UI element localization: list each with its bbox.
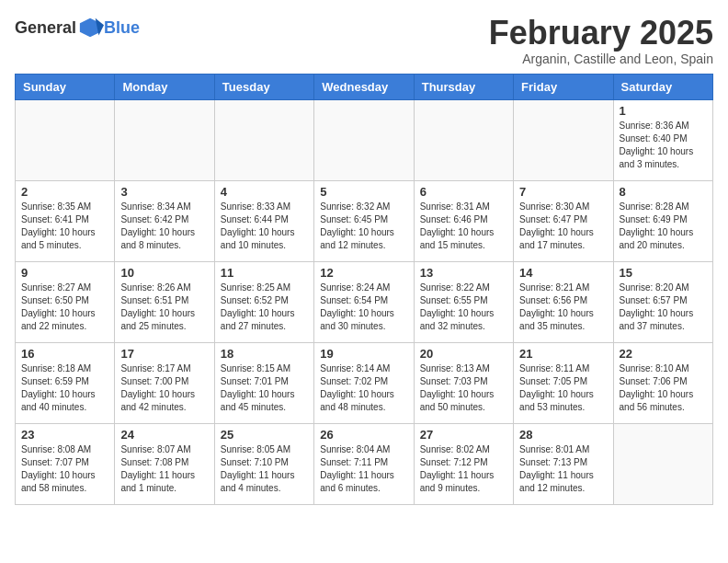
day-cell: 18Sunrise: 8:15 AM Sunset: 7:01 PM Dayli… [214,342,313,423]
day-cell: 7Sunrise: 8:30 AM Sunset: 6:47 PM Daylig… [514,180,613,261]
day-info: Sunrise: 8:22 AM Sunset: 6:55 PM Dayligh… [420,282,507,333]
logo: General Blue [15,15,140,40]
weekday-header-monday: Monday [115,74,214,99]
day-info: Sunrise: 8:21 AM Sunset: 6:56 PM Dayligh… [519,282,607,333]
day-number: 12 [320,266,407,280]
day-info: Sunrise: 8:02 AM Sunset: 7:12 PM Dayligh… [420,443,507,495]
day-number: 23 [21,428,108,442]
weekday-header-tuesday: Tuesday [214,74,313,99]
week-row-5: 23Sunrise: 8:08 AM Sunset: 7:07 PM Dayli… [16,423,713,504]
day-cell [214,99,313,180]
week-row-3: 9Sunrise: 8:27 AM Sunset: 6:50 PM Daylig… [16,261,713,342]
day-number: 27 [420,428,507,442]
day-info: Sunrise: 8:18 AM Sunset: 6:59 PM Dayligh… [21,362,108,414]
day-number: 8 [620,185,707,199]
day-number: 3 [120,185,208,199]
logo-text-general: General [15,18,76,38]
day-cell: 16Sunrise: 8:18 AM Sunset: 6:59 PM Dayli… [16,342,115,423]
day-number: 21 [519,347,607,361]
day-cell: 6Sunrise: 8:31 AM Sunset: 6:46 PM Daylig… [414,180,513,261]
day-number: 2 [21,185,108,199]
day-info: Sunrise: 8:35 AM Sunset: 6:41 PM Dayligh… [21,201,108,252]
day-cell: 22Sunrise: 8:10 AM Sunset: 7:06 PM Dayli… [613,342,712,423]
day-info: Sunrise: 8:17 AM Sunset: 7:00 PM Dayligh… [120,362,208,414]
day-number: 20 [420,347,507,361]
day-number: 25 [221,428,308,442]
day-number: 10 [120,266,208,280]
day-cell: 5Sunrise: 8:32 AM Sunset: 6:45 PM Daylig… [314,180,414,261]
day-number: 15 [620,266,707,280]
day-info: Sunrise: 8:14 AM Sunset: 7:02 PM Dayligh… [320,362,407,414]
day-info: Sunrise: 8:13 AM Sunset: 7:03 PM Dayligh… [420,362,507,414]
day-cell: 19Sunrise: 8:14 AM Sunset: 7:02 PM Dayli… [314,342,414,423]
day-number: 16 [21,347,108,361]
weekday-row: SundayMondayTuesdayWednesdayThursdayFrid… [16,74,713,99]
calendar-title: February 2025 [489,15,713,52]
day-info: Sunrise: 8:25 AM Sunset: 6:52 PM Dayligh… [221,282,308,333]
day-info: Sunrise: 8:05 AM Sunset: 7:10 PM Dayligh… [221,443,308,495]
weekday-header-sunday: Sunday [16,74,115,99]
day-cell: 23Sunrise: 8:08 AM Sunset: 7:07 PM Dayli… [16,423,115,504]
day-info: Sunrise: 8:20 AM Sunset: 6:57 PM Dayligh… [620,282,707,333]
day-number: 19 [320,347,407,361]
day-cell: 3Sunrise: 8:34 AM Sunset: 6:42 PM Daylig… [115,180,214,261]
day-info: Sunrise: 8:04 AM Sunset: 7:11 PM Dayligh… [320,443,407,495]
day-cell [514,99,613,180]
weekday-header-friday: Friday [514,74,613,99]
week-row-4: 16Sunrise: 8:18 AM Sunset: 6:59 PM Dayli… [16,342,713,423]
day-info: Sunrise: 8:34 AM Sunset: 6:42 PM Dayligh… [120,201,208,252]
day-info: Sunrise: 8:15 AM Sunset: 7:01 PM Dayligh… [221,362,308,414]
calendar-subtitle: Arganin, Castille and Leon, Spain [489,52,713,66]
day-cell: 2Sunrise: 8:35 AM Sunset: 6:41 PM Daylig… [16,180,115,261]
day-number: 22 [620,347,707,361]
day-cell: 25Sunrise: 8:05 AM Sunset: 7:10 PM Dayli… [214,423,313,504]
day-cell: 14Sunrise: 8:21 AM Sunset: 6:56 PM Dayli… [514,261,613,342]
day-number: 1 [620,104,707,118]
day-cell: 8Sunrise: 8:28 AM Sunset: 6:49 PM Daylig… [613,180,712,261]
week-row-2: 2Sunrise: 8:35 AM Sunset: 6:41 PM Daylig… [16,180,713,261]
calendar-header: SundayMondayTuesdayWednesdayThursdayFrid… [16,74,713,99]
day-cell: 11Sunrise: 8:25 AM Sunset: 6:52 PM Dayli… [214,261,313,342]
day-cell: 4Sunrise: 8:33 AM Sunset: 6:44 PM Daylig… [214,180,313,261]
day-info: Sunrise: 8:30 AM Sunset: 6:47 PM Dayligh… [519,201,607,252]
logo-text-blue: Blue [104,18,140,38]
day-info: Sunrise: 8:10 AM Sunset: 7:06 PM Dayligh… [620,362,707,414]
day-cell [613,423,712,504]
day-cell: 27Sunrise: 8:02 AM Sunset: 7:12 PM Dayli… [414,423,513,504]
day-number: 4 [221,185,308,199]
day-cell [314,99,414,180]
day-info: Sunrise: 8:33 AM Sunset: 6:44 PM Dayligh… [221,201,308,252]
day-cell [16,99,115,180]
day-info: Sunrise: 8:28 AM Sunset: 6:49 PM Dayligh… [620,201,707,252]
day-cell: 10Sunrise: 8:26 AM Sunset: 6:51 PM Dayli… [115,261,214,342]
day-number: 18 [221,347,308,361]
day-cell: 15Sunrise: 8:20 AM Sunset: 6:57 PM Dayli… [613,261,712,342]
header: General Blue February 2025 Arganin, Cast… [15,15,713,66]
day-cell [414,99,513,180]
day-number: 5 [320,185,407,199]
day-cell: 24Sunrise: 8:07 AM Sunset: 7:08 PM Dayli… [115,423,214,504]
day-info: Sunrise: 8:07 AM Sunset: 7:08 PM Dayligh… [120,443,208,495]
weekday-header-saturday: Saturday [613,74,712,99]
day-info: Sunrise: 8:11 AM Sunset: 7:05 PM Dayligh… [519,362,607,414]
day-number: 9 [21,266,108,280]
day-info: Sunrise: 8:08 AM Sunset: 7:07 PM Dayligh… [21,443,108,495]
day-cell: 26Sunrise: 8:04 AM Sunset: 7:11 PM Dayli… [314,423,414,504]
day-info: Sunrise: 8:27 AM Sunset: 6:50 PM Dayligh… [21,282,108,333]
day-info: Sunrise: 8:36 AM Sunset: 6:40 PM Dayligh… [620,120,707,171]
day-number: 7 [519,185,607,199]
day-number: 24 [120,428,208,442]
title-section: February 2025 Arganin, Castille and Leon… [489,15,713,66]
day-info: Sunrise: 8:01 AM Sunset: 7:13 PM Dayligh… [519,443,607,495]
day-number: 11 [221,266,308,280]
day-cell [115,99,214,180]
day-cell: 1Sunrise: 8:36 AM Sunset: 6:40 PM Daylig… [613,99,712,180]
calendar-body: 1Sunrise: 8:36 AM Sunset: 6:40 PM Daylig… [16,99,713,504]
day-cell: 28Sunrise: 8:01 AM Sunset: 7:13 PM Dayli… [514,423,613,504]
day-info: Sunrise: 8:26 AM Sunset: 6:51 PM Dayligh… [120,282,208,333]
weekday-header-wednesday: Wednesday [314,74,414,99]
day-number: 26 [320,428,407,442]
day-info: Sunrise: 8:32 AM Sunset: 6:45 PM Dayligh… [320,201,407,252]
day-cell: 17Sunrise: 8:17 AM Sunset: 7:00 PM Dayli… [115,342,214,423]
calendar-table: SundayMondayTuesdayWednesdayThursdayFrid… [15,74,713,505]
